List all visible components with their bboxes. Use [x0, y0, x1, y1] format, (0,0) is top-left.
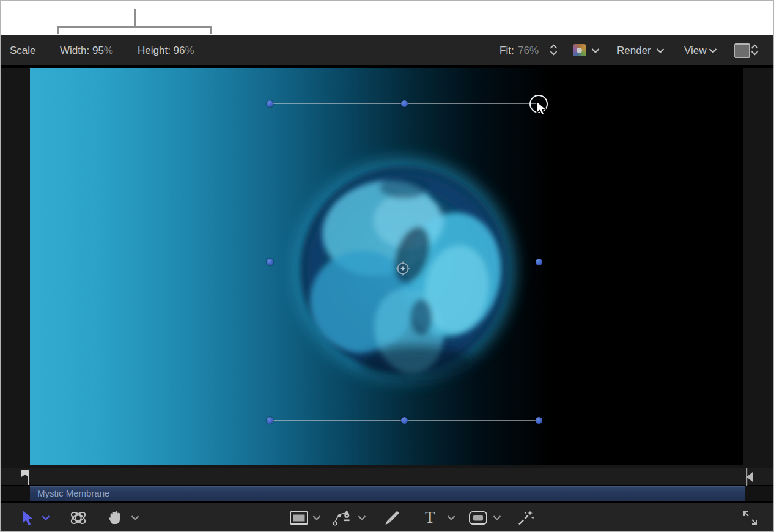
callout-bracket-right-tick	[210, 26, 212, 34]
fit-label: Fit:	[499, 35, 514, 65]
mouse-cursor-icon	[535, 100, 550, 117]
motion-window: Scale Width: 95% Height: 96% Fit: 76% Re…	[0, 0, 774, 532]
pan-tool-button[interactable]	[106, 503, 123, 532]
bezier-pen-icon	[333, 509, 352, 527]
canvas[interactable]	[30, 68, 743, 465]
chevron-down-icon	[493, 515, 501, 521]
height-field[interactable]: Height: 96%	[138, 35, 194, 65]
window-layout-icon[interactable]	[734, 43, 750, 58]
rectangle-icon	[289, 510, 309, 526]
chevron-down-icon	[42, 515, 50, 521]
layout-stepper[interactable]	[751, 44, 759, 56]
timeline-clip[interactable]: Mystic Membrane	[30, 486, 745, 501]
channel-color-swatch-icon[interactable]	[573, 44, 586, 56]
behaviors-tool-button[interactable]	[517, 503, 536, 532]
select-tool-menu[interactable]	[42, 503, 50, 532]
magic-wand-icon	[517, 509, 536, 526]
anchor-point-icon[interactable]	[394, 260, 411, 277]
text-tool-icon: T	[425, 503, 435, 532]
rectangle-tool-button[interactable]	[289, 503, 309, 532]
callout-bracket-bar	[57, 26, 212, 28]
pan-tool-menu[interactable]	[131, 503, 139, 532]
timeline-clip-name: Mystic Membrane	[37, 487, 109, 500]
hand-icon	[106, 509, 123, 526]
render-menu[interactable]: Render	[617, 35, 651, 65]
callout-bracket-stem	[134, 9, 136, 27]
callout-bracket-left-tick	[57, 26, 59, 34]
shape-tool-button[interactable]	[468, 503, 488, 532]
mini-timeline: Mystic Membrane	[1, 486, 773, 501]
handle-bottom-right[interactable]	[536, 417, 542, 424]
fit-value[interactable]: 76%	[518, 35, 539, 65]
chevron-up-icon	[550, 44, 558, 50]
chevron-down-icon	[358, 515, 366, 521]
chevron-up-icon	[751, 44, 759, 50]
bezier-tool-menu[interactable]	[358, 503, 366, 532]
handle-bottom-left[interactable]	[267, 417, 273, 424]
text-tool-menu[interactable]	[447, 503, 455, 532]
handle-top-left[interactable]	[267, 100, 273, 107]
canvas-toolbar: Scale Width: 95% Height: 96% Fit: 76% Re…	[1, 35, 773, 65]
chevron-down-icon	[550, 50, 558, 56]
diagonal-resize-icon	[741, 509, 759, 527]
shape-tool-menu[interactable]	[493, 503, 501, 532]
annotation-strip	[1, 1, 773, 35]
width-field[interactable]: Width: 95%	[60, 35, 113, 65]
play-range-strip[interactable]	[1, 468, 773, 486]
chevron-down-icon[interactable]	[591, 48, 600, 54]
play-range-out-marker-icon[interactable]	[740, 468, 755, 486]
select-tool-button[interactable]	[20, 503, 35, 532]
rounded-shape-icon	[468, 510, 488, 526]
select-arrow-icon	[20, 509, 35, 526]
bezier-tool-button[interactable]	[333, 503, 352, 532]
view-menu[interactable]: View	[684, 35, 707, 65]
tools-toolbar: T	[1, 501, 773, 532]
canvas-area	[1, 65, 773, 470]
chevron-down-icon[interactable]	[656, 48, 665, 54]
chevron-down-icon[interactable]	[709, 48, 717, 54]
text-tool-button[interactable]: T	[425, 503, 435, 532]
handle-middle-right[interactable]	[536, 259, 542, 265]
handle-top-center[interactable]	[401, 100, 408, 107]
paint-stroke-tool-button[interactable]	[384, 503, 401, 532]
expand-control-button[interactable]	[741, 503, 759, 532]
chevron-down-icon	[312, 515, 321, 521]
transform-3d-tool-button[interactable]	[68, 503, 89, 532]
rectangle-tool-menu[interactable]	[312, 503, 321, 532]
paintbrush-icon	[384, 509, 401, 526]
chevron-down-icon	[131, 515, 139, 521]
play-range-in-marker-icon[interactable]	[21, 469, 33, 486]
handle-bottom-center[interactable]	[401, 417, 408, 424]
scale-label: Scale	[10, 35, 36, 65]
chevron-down-icon	[751, 50, 759, 56]
orbit-3d-icon	[68, 508, 89, 528]
handle-middle-left[interactable]	[267, 259, 273, 265]
fit-stepper[interactable]	[550, 44, 558, 56]
chevron-down-icon	[447, 515, 455, 521]
